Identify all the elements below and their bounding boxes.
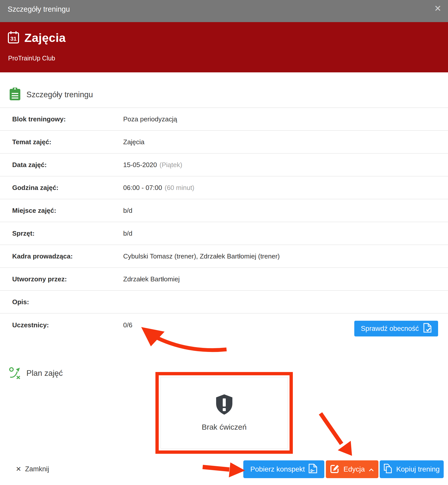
row-value: 15-05-2020(Piątek)	[123, 161, 182, 169]
participants-count: 0/6	[123, 321, 132, 329]
table-row: Godzina zajęć: 06:00 - 07:00(60 minut)	[0, 176, 448, 199]
check-attendance-button[interactable]: Sprawdź obecność	[354, 321, 438, 336]
banner-subtitle: ProTrainUp Club	[8, 55, 55, 62]
row-label: Data zajęć:	[0, 161, 123, 169]
copy-button-label: Kopiuj trening	[396, 465, 440, 473]
table-row: Temat zajęć: Zajęcia	[0, 130, 448, 153]
table-row: Blok treningowy: Poza periodyzacją	[0, 107, 448, 130]
row-value-text: Cybulski Tomasz (trener), Zdrzałek Bartł…	[123, 252, 280, 260]
row-value-muted: (60 minut)	[165, 184, 194, 191]
row-label: Sprzęt:	[0, 230, 123, 237]
row-label: Godzina zajęć:	[0, 184, 123, 192]
download-button-label: Pobierz konspekt	[250, 465, 305, 473]
plan-section-heading: Plan zajęć	[9, 366, 63, 380]
chevron-up-icon	[369, 465, 374, 473]
row-label: Utworzony przez:	[0, 275, 123, 283]
close-x-icon: ✕	[16, 465, 21, 473]
row-value-text: 15-05-2020	[123, 161, 157, 169]
table-row: Utworzony przez: Zdrzałek Bartłomiej	[0, 267, 448, 290]
row-value: b/d	[123, 207, 135, 215]
details-section-heading: Szczegóły treningu	[9, 88, 93, 102]
edit-pencil-icon	[330, 464, 340, 475]
modal-title: Szczegóły treningu	[8, 5, 70, 13]
table-row: Kadra prowadząca: Cybulski Tomasz (trene…	[0, 245, 448, 267]
row-value: Poza periodyzacją	[123, 115, 180, 123]
row-label: Opis:	[0, 298, 123, 306]
table-row: Data zajęć: 15-05-2020(Piątek)	[0, 153, 448, 176]
row-value-muted: (Piątek)	[159, 161, 182, 169]
row-value-text: Poza periodyzacją	[123, 115, 177, 123]
close-modal-link[interactable]: ✕ Zamknij	[16, 465, 49, 473]
download-outline-button[interactable]: Pobierz konspekt	[243, 460, 324, 478]
row-value-text: b/d	[123, 207, 132, 214]
row-value: Cybulski Tomasz (trener), Zdrzałek Bartł…	[123, 252, 282, 260]
row-value-text: 06:00 - 07:00	[123, 184, 162, 191]
no-exercises-annotation-box: Brak ćwiczeń	[155, 372, 293, 454]
no-exercises-panel: Brak ćwiczeń	[161, 377, 288, 449]
row-value-text: b/d	[123, 230, 132, 237]
event-banner: 31 Zajęcia ProTrainUp Club	[0, 22, 448, 72]
table-row: Opis:	[0, 290, 448, 313]
calendar-icon: 31	[8, 31, 19, 45]
row-value: 06:00 - 07:00(60 minut)	[123, 184, 194, 192]
row-label: Temat zajęć:	[0, 138, 123, 146]
strategy-icon	[9, 366, 21, 380]
pdf-file-icon	[309, 464, 317, 475]
row-label: Kadra prowadząca:	[0, 252, 123, 260]
row-value: Zdrzałek Bartłomiej	[123, 275, 182, 283]
participants-row: Uczestnicy: 0/6 Sprawdź obecność	[0, 313, 448, 358]
copy-training-button[interactable]: Kopiuj trening	[380, 460, 444, 478]
shield-exclamation-icon	[216, 394, 232, 416]
close-link-label: Zamknij	[25, 465, 49, 473]
table-row: Miejsce zajęć: b/d	[0, 199, 448, 222]
table-row: Sprzęt: b/d	[0, 222, 448, 245]
row-value: b/d	[123, 230, 135, 237]
edit-button-label: Edycja	[343, 465, 365, 473]
check-attendance-label: Sprawdź obecność	[361, 325, 419, 333]
no-exercises-text: Brak ćwiczeń	[202, 423, 247, 431]
details-heading-text: Szczegóły treningu	[26, 90, 93, 99]
copy-icon	[384, 464, 392, 475]
training-details-modal: Szczegóły treningu ✕ 31 Zajęcia ProTrain…	[0, 0, 448, 485]
svg-text:31: 31	[10, 36, 17, 42]
attendance-doc-check-icon	[423, 323, 431, 334]
row-value-text: Zajęcia	[123, 138, 145, 146]
row-label: Uczestnicy:	[0, 321, 123, 329]
row-value-text: Zdrzałek Bartłomiej	[123, 275, 180, 283]
edit-button[interactable]: Edycja	[326, 460, 378, 478]
details-table: Blok treningowy: Poza periodyzacją Temat…	[0, 107, 448, 358]
plan-heading-text: Plan zajęć	[26, 369, 63, 378]
modal-header: Szczegóły treningu ✕	[0, 0, 448, 22]
banner-title-row: 31 Zajęcia	[8, 31, 66, 45]
row-label: Blok treningowy:	[0, 115, 123, 123]
clipboard-icon	[9, 88, 21, 102]
close-icon[interactable]: ✕	[434, 4, 442, 13]
row-value: Zajęcia	[123, 138, 147, 146]
banner-title: Zajęcia	[24, 31, 66, 45]
row-label: Miejsce zajęć:	[0, 207, 123, 215]
row-value	[123, 298, 126, 306]
